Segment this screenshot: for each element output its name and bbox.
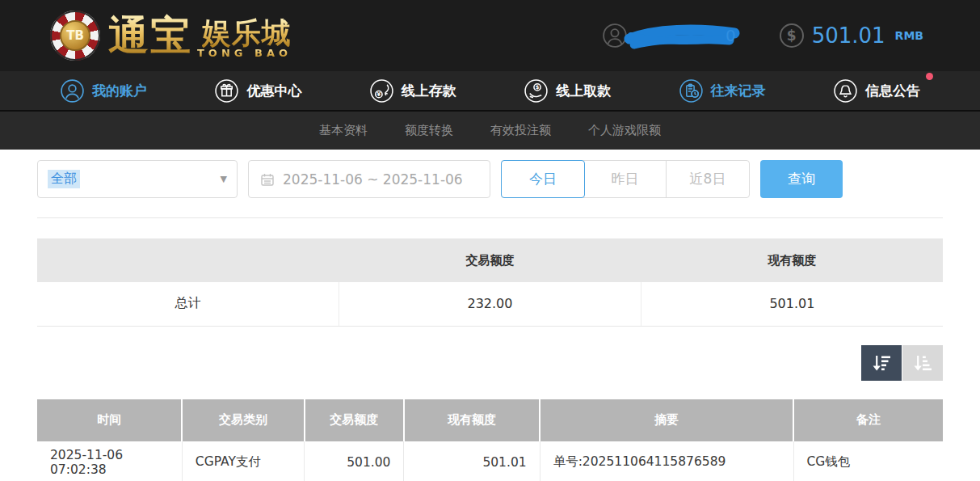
subnav-basic-info[interactable]: 基本资料	[319, 123, 368, 138]
transaction-type-select[interactable]: 全部 ▼	[37, 160, 238, 198]
sort-ascending-button[interactable]	[902, 345, 943, 381]
sort-ascending-icon	[912, 352, 933, 373]
search-button[interactable]: 查询	[760, 160, 843, 198]
bell-icon	[833, 78, 858, 103]
logo-title-main: 通宝	[108, 13, 192, 58]
nav-label: 信息公告	[865, 82, 920, 100]
site-logo[interactable]: TB 通宝 娱乐城 TONG BAO	[50, 11, 292, 61]
subnav-credit-transfer[interactable]: 额度转换	[405, 123, 453, 138]
summary-header-row: 交易额度 现有额度	[37, 238, 943, 282]
records-header-type: 交易类别	[182, 399, 304, 441]
filter-toolbar: 全部 ▼ 2025-11-06 ~ 2025-11-06 今日 昨日 近8日 查…	[37, 160, 943, 198]
nav-item-announcements[interactable]: 信息公告	[833, 78, 920, 103]
nav-item-my-account[interactable]: 我的账户	[60, 78, 147, 103]
date-range-input[interactable]: 2025-11-06 ~ 2025-11-06	[248, 160, 490, 198]
subnav-game-limits[interactable]: 个人游戏限额	[588, 123, 661, 138]
summary-transaction-amount: 232.00	[339, 282, 641, 326]
main-nav: 我的账户 优惠中心 ¥ 线上存款 $ 线上取款 往来记录	[0, 71, 980, 112]
summary-current-balance: 501.01	[641, 282, 943, 326]
nav-item-promotions[interactable]: 优惠中心	[214, 78, 301, 103]
record-remark: CG钱包	[793, 441, 943, 481]
sort-descending-button[interactable]	[861, 345, 902, 381]
user-icon	[60, 78, 85, 103]
nav-item-transaction-records[interactable]: 往来记录	[679, 78, 766, 103]
deposit-icon: ¥	[369, 78, 394, 103]
quick-date-yesterday[interactable]: 昨日	[584, 161, 667, 197]
records-table: 时间 交易类别 交易额度 现有额度 摘要 备注 2025-11-06 07:02…	[37, 399, 943, 481]
sort-controls	[37, 345, 943, 381]
summary-total-label: 总计	[37, 282, 339, 326]
quick-date-last8days[interactable]: 近8日	[667, 161, 749, 197]
records-header-summary: 摘要	[540, 399, 793, 441]
summary-header-current-balance: 现有额度	[641, 238, 943, 282]
account-subnav: 基本资料 额度转换 有效投注额 个人游戏限额	[0, 112, 980, 150]
svg-text:$: $	[536, 84, 540, 91]
records-header-time: 时间	[37, 399, 182, 441]
withdraw-icon: $	[524, 78, 549, 103]
records-icon	[679, 78, 704, 103]
balance-currency: RMB	[895, 29, 923, 42]
dollar-icon: $	[780, 23, 804, 48]
nav-item-deposit[interactable]: ¥ 线上存款	[369, 78, 456, 103]
nav-label: 我的账户	[92, 82, 147, 100]
records-row: 2025-11-06 07:02:38 CGPAY支付 501.00 501.0…	[37, 441, 943, 481]
records-header-remark: 备注	[793, 399, 943, 441]
username-visible-suffix: 0	[726, 26, 736, 45]
nav-label: 线上存款	[402, 82, 456, 100]
record-balance: 501.01	[404, 441, 540, 481]
redacted-username: 0	[634, 23, 730, 49]
records-header-balance: 现有额度	[404, 399, 540, 441]
nav-label: 线上取款	[556, 82, 611, 100]
logo-title-sub: 娱乐城	[202, 18, 292, 49]
summary-header-transaction-amount: 交易额度	[339, 238, 641, 282]
chevron-down-icon: ▼	[221, 174, 227, 184]
nav-label: 往来记录	[711, 82, 766, 100]
account-username[interactable]: 0	[602, 23, 730, 49]
svg-text:¥: ¥	[376, 91, 381, 98]
casino-chip-icon: TB	[50, 11, 100, 61]
chip-monogram: TB	[60, 20, 90, 51]
records-header-row: 时间 交易类别 交易额度 现有额度 摘要 备注	[37, 399, 943, 441]
quick-date-today[interactable]: 今日	[501, 160, 585, 198]
summary-header-empty	[37, 238, 339, 282]
record-summary: 单号:202511064115876589	[540, 441, 793, 481]
balance-display[interactable]: $ 501.01 RMB	[780, 23, 923, 48]
subnav-valid-bets[interactable]: 有效投注额	[490, 123, 551, 138]
sort-descending-icon	[871, 352, 892, 373]
balance-amount: 501.01	[812, 23, 885, 48]
nav-item-withdraw[interactable]: $ 线上取款	[524, 78, 611, 103]
quick-date-group: 今日 昨日 近8日	[501, 160, 750, 198]
record-type: CGPAY支付	[182, 441, 304, 481]
date-range-value: 2025-11-06 ~ 2025-11-06	[283, 171, 463, 188]
record-amount: 501.00	[305, 441, 404, 481]
records-header-amount: 交易额度	[305, 399, 404, 441]
calendar-icon	[260, 172, 275, 187]
record-time: 2025-11-06 07:02:38	[37, 441, 182, 481]
notification-dot	[926, 73, 933, 80]
main-content: 全部 ▼ 2025-11-06 ~ 2025-11-06 今日 昨日 近8日 查…	[0, 150, 980, 481]
logo-title-latin: TONG BAO	[197, 47, 292, 59]
summary-table: 交易额度 现有额度 总计 232.00 501.01	[37, 238, 943, 327]
top-bar: TB 通宝 娱乐城 TONG BAO	[0, 0, 980, 71]
summary-total-row: 总计 232.00 501.01	[37, 282, 943, 326]
selected-type: 全部	[48, 170, 80, 188]
nav-label: 优惠中心	[246, 82, 301, 100]
gift-icon	[214, 78, 239, 103]
divider	[37, 217, 943, 218]
